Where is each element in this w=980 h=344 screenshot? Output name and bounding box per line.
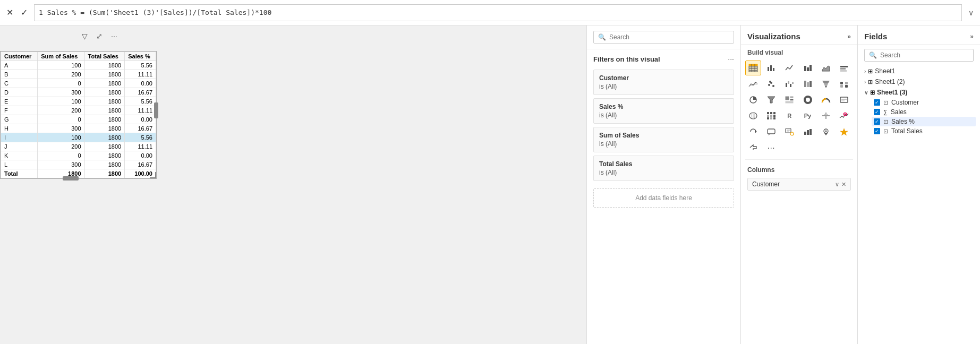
field-checkbox[interactable]: ✓: [874, 118, 880, 125]
viz-icon-filter[interactable]: [763, 92, 779, 107]
svg-rect-48: [767, 112, 769, 114]
viz-icon-gauge[interactable]: [818, 92, 834, 107]
fields-search-input[interactable]: [880, 51, 969, 59]
resize-handle-bottom[interactable]: [63, 176, 79, 180]
formula-expand-icon[interactable]: ∨: [966, 6, 976, 19]
resize-handle-right[interactable]: [154, 102, 158, 118]
viz-icon-sync[interactable]: [745, 124, 761, 139]
field-checkbox[interactable]: ✓: [874, 99, 880, 106]
svg-rect-30: [840, 82, 843, 84]
viz-icon-column-chart[interactable]: [800, 61, 816, 75]
customer-column-pill[interactable]: Customer ∨ ✕: [747, 178, 851, 191]
viz-icon-treemap[interactable]: [781, 92, 797, 107]
viz-icon-map[interactable]: [745, 108, 761, 123]
more-toolbar-btn[interactable]: ···: [109, 30, 120, 42]
viz-icon-comment[interactable]: [763, 124, 779, 139]
filter-card[interactable]: Sum of Sales is (All): [593, 127, 734, 152]
tree-item-sheet1[interactable]: › ⊞ Sheet1: [862, 66, 976, 76]
table-row[interactable]: C 0 1800 0.00: [1, 79, 156, 88]
filter-card[interactable]: Total Sales is (All): [593, 156, 734, 181]
viz-icon-area-chart[interactable]: [818, 61, 834, 75]
viz-icon-anomaly[interactable]: [836, 108, 852, 123]
viz-panel-title: Visualizations: [747, 32, 800, 41]
viz-icon-arrow[interactable]: [745, 140, 761, 155]
viz-icon-more2[interactable]: [836, 76, 852, 91]
col-header-sales-pct: Sales %: [125, 52, 156, 61]
viz-icon-bar-chart2[interactable]: [800, 124, 816, 139]
resize-handle-corner[interactable]: [150, 172, 156, 178]
viz-panel-chevron[interactable]: »: [847, 33, 851, 40]
filter-card[interactable]: Sales % is (All): [593, 98, 734, 124]
formula-bar-actions: ✕ ✓: [4, 5, 30, 20]
expand-toolbar-btn[interactable]: ⤢: [94, 30, 105, 42]
viz-icon-decomp[interactable]: [818, 108, 834, 123]
svg-rect-26: [809, 81, 812, 87]
tree-child-sales[interactable]: ✓ ∑ Sales: [872, 107, 976, 117]
viz-icon-kpi[interactable]: R: [781, 108, 797, 123]
tree-item-label: Sheet1 (3): [877, 89, 907, 96]
tree-child-totalsales[interactable]: ✓ ⊡ Total Sales: [872, 126, 976, 136]
field-checkbox[interactable]: ✓: [874, 109, 880, 115]
table-icon: ⊡: [883, 128, 888, 135]
pill-chevron-btn[interactable]: ∨: [835, 181, 839, 188]
viz-icon-ribbon[interactable]: [800, 76, 816, 91]
fields-search-box[interactable]: 🔍: [864, 49, 974, 62]
fields-panel-chevron[interactable]: »: [970, 33, 974, 40]
viz-icon-geo[interactable]: [818, 124, 834, 139]
filters-menu-btn[interactable]: ···: [728, 55, 734, 63]
svg-rect-20: [786, 83, 787, 87]
tree-child-sales%[interactable]: ✓ ⊡ Sales %: [872, 117, 976, 126]
filter-toolbar-btn[interactable]: ▽: [80, 30, 90, 42]
field-label: Sales %: [891, 118, 915, 125]
svg-point-16: [768, 84, 770, 86]
table-row[interactable]: F 200 1800 11.11: [1, 106, 156, 115]
close-icon[interactable]: ✕: [4, 5, 15, 20]
table-row[interactable]: H 300 1800 16.67: [1, 124, 156, 133]
viz-icon-funnel[interactable]: [818, 76, 834, 91]
table-row[interactable]: G 0 1800 0.00: [1, 115, 156, 124]
viz-icon-ellipsis[interactable]: ···: [763, 140, 779, 155]
svg-point-68: [790, 132, 794, 135]
filters-search-box[interactable]: 🔍: [593, 31, 734, 44]
viz-panel: Visualizations » Build visual: [741, 25, 858, 344]
table-row[interactable]: E 100 1800 5.56: [1, 97, 156, 106]
tree-item-sheet1(2)[interactable]: › ⊞ Sheet1 (2): [862, 76, 976, 87]
filter-card-value: is (All): [599, 169, 728, 176]
viz-icon-smart-narrative[interactable]: [781, 124, 797, 139]
field-checkbox[interactable]: ✓: [874, 128, 880, 134]
viz-icon-matrix[interactable]: [763, 108, 779, 123]
viz-icon-table-active[interactable]: [745, 61, 761, 75]
table-row[interactable]: I 100 1800 5.56: [1, 133, 156, 142]
table-row[interactable]: J 200 1800 11.11: [1, 142, 156, 151]
tree-child-customer[interactable]: ✓ ⊡ Customer: [872, 98, 976, 107]
viz-panel-header: Visualizations »: [741, 25, 857, 45]
viz-icon-pie[interactable]: [745, 92, 761, 107]
viz-icon-line-chart[interactable]: [781, 61, 797, 75]
cell-sum-sales: 0: [38, 79, 84, 88]
tree-item-sheet1(3)[interactable]: ∨ ⊞ Sheet1 (3): [862, 87, 976, 98]
svg-rect-42: [840, 97, 848, 102]
svg-rect-63: [768, 129, 775, 134]
table-row[interactable]: B 200 1800 11.11: [1, 70, 156, 79]
fields-panel-header: Fields »: [858, 25, 980, 45]
viz-icon-python[interactable]: Py: [800, 108, 816, 123]
formula-input[interactable]: 1 Sales % = (Sum('Sheet1 (3)'[Sales])/[T…: [34, 4, 962, 21]
table-row[interactable]: A 100 1800 5.56: [1, 61, 156, 70]
table-row[interactable]: D 300 1800 16.67: [1, 88, 156, 97]
viz-icon-scatter[interactable]: [763, 76, 779, 91]
add-fields-area[interactable]: Add data fields here: [593, 188, 734, 208]
table-row[interactable]: K 0 1800 0.00: [1, 151, 156, 160]
filter-card-value: is (All): [599, 140, 728, 148]
pill-close-btn[interactable]: ✕: [841, 181, 846, 188]
viz-icon-card[interactable]: [836, 92, 852, 107]
table-row[interactable]: L 300 1800 16.67: [1, 160, 156, 169]
viz-icon-area2[interactable]: [745, 76, 761, 91]
viz-icon-bar-chart[interactable]: [763, 61, 779, 75]
check-icon[interactable]: ✓: [19, 5, 30, 20]
viz-icon-waterfall[interactable]: [781, 76, 797, 91]
viz-icon-donut[interactable]: [800, 92, 816, 107]
viz-icon-star[interactable]: [836, 124, 852, 139]
viz-icon-stacked-bar[interactable]: [836, 61, 852, 75]
filter-card[interactable]: Customer is (All): [593, 70, 734, 95]
filters-search-input[interactable]: [609, 33, 729, 41]
